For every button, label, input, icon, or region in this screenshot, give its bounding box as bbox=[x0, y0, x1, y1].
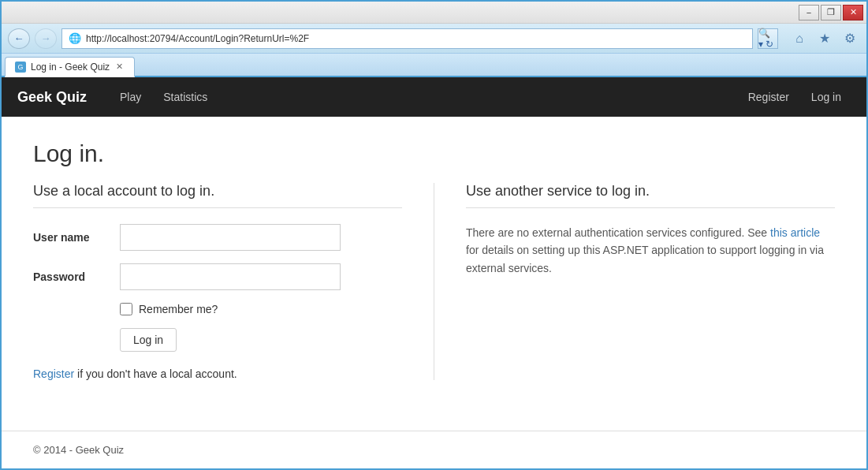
external-section-title: Use another service to log in. bbox=[466, 183, 835, 200]
home-button[interactable]: ⌂ bbox=[789, 28, 810, 49]
register-suffix: if you don't have a local account. bbox=[77, 367, 237, 380]
login-button-wrapper: Log in bbox=[120, 328, 402, 352]
external-info-text: There are no external authentication ser… bbox=[466, 224, 835, 277]
page-title: Log in. bbox=[33, 140, 835, 167]
page-icon: 🌐 bbox=[69, 32, 81, 44]
register-link[interactable]: Register bbox=[33, 367, 74, 380]
local-section-title: Use a local account to log in. bbox=[33, 183, 402, 200]
forward-button[interactable]: → bbox=[35, 28, 57, 49]
nav-right: Register Log in bbox=[739, 86, 851, 108]
settings-button[interactable]: ⚙ bbox=[840, 28, 860, 49]
footer-text: © 2014 - Geek Quiz bbox=[33, 444, 124, 456]
external-login-section: Use another service to log in. There are… bbox=[434, 183, 835, 380]
page-content: Log in. Use a local account to log in. U… bbox=[2, 117, 866, 431]
address-bar-row: ← → 🌐 http://localhost:20794/Account/Log… bbox=[2, 24, 866, 54]
brand-logo[interactable]: Geek Quiz bbox=[17, 89, 87, 106]
this-article-link[interactable]: this article bbox=[770, 226, 820, 239]
back-button[interactable]: ← bbox=[8, 28, 30, 49]
remember-me-label: Remember me? bbox=[139, 303, 218, 315]
username-input[interactable] bbox=[120, 224, 341, 251]
username-group: User name bbox=[33, 224, 402, 251]
local-login-section: Use a local account to log in. User name… bbox=[33, 183, 402, 380]
section-divider bbox=[33, 207, 402, 208]
restore-button[interactable]: ❐ bbox=[821, 5, 841, 21]
external-info-prefix: There are no external authentication ser… bbox=[466, 226, 770, 239]
username-label: User name bbox=[33, 231, 120, 244]
login-button[interactable]: Log in bbox=[120, 328, 177, 352]
nav-statistics[interactable]: Statistics bbox=[154, 86, 217, 108]
minimize-button[interactable]: − bbox=[799, 5, 819, 21]
nav-register[interactable]: Register bbox=[739, 86, 799, 108]
close-button[interactable]: ✕ bbox=[843, 5, 863, 21]
address-bar[interactable]: 🌐 http://localhost:20794/Account/Login?R… bbox=[61, 28, 753, 49]
app-navbar: Geek Quiz Play Statistics Register Log i… bbox=[2, 77, 866, 117]
password-input[interactable] bbox=[120, 263, 341, 290]
tab-close-button[interactable]: ✕ bbox=[114, 62, 125, 72]
register-line: Register if you don't have a local accou… bbox=[33, 367, 402, 380]
tab-favicon: G bbox=[15, 62, 26, 73]
search-button[interactable]: 🔍 ▾ ↻ bbox=[758, 28, 778, 49]
active-tab[interactable]: G Log in - Geek Quiz ✕ bbox=[5, 57, 135, 77]
window-controls: − ❐ ✕ bbox=[799, 5, 863, 21]
browser-right-icons: ⌂ ★ ⚙ bbox=[789, 28, 860, 49]
nav-links: Play Statistics bbox=[110, 86, 739, 108]
tab-title: Log in - Geek Quiz bbox=[31, 62, 110, 73]
title-bar: − ❐ ✕ bbox=[2, 2, 866, 24]
password-label: Password bbox=[33, 270, 120, 283]
remember-me-checkbox[interactable] bbox=[120, 303, 132, 315]
favorites-button[interactable]: ★ bbox=[814, 28, 835, 49]
nav-play[interactable]: Play bbox=[110, 86, 151, 108]
browser-window: − ❐ ✕ ← → 🌐 http://localhost:20794/Accou… bbox=[0, 0, 868, 470]
external-info-suffix: for details on setting up this ASP.NET a… bbox=[466, 244, 824, 274]
page-footer: © 2014 - Geek Quiz bbox=[2, 431, 866, 468]
nav-login[interactable]: Log in bbox=[802, 86, 851, 108]
remember-me-group: Remember me? bbox=[120, 303, 402, 315]
two-column-layout: Use a local account to log in. User name… bbox=[33, 183, 835, 380]
password-group: Password bbox=[33, 263, 402, 290]
external-section-divider bbox=[466, 207, 835, 208]
tab-bar: G Log in - Geek Quiz ✕ bbox=[2, 54, 866, 77]
url-text: http://localhost:20794/Account/Login?Ret… bbox=[86, 33, 309, 44]
